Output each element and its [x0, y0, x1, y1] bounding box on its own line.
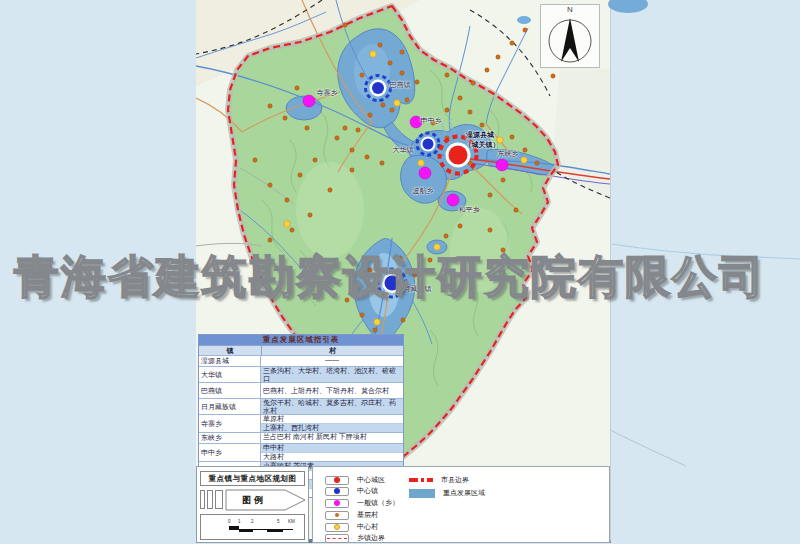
legend-banner: 图例 [200, 489, 305, 511]
label-sizhai: 寺寨乡 [317, 89, 338, 96]
table-row: 申中乡 申中村 大路村 [199, 443, 403, 461]
scale-label: 5 [277, 520, 280, 525]
center-city-icon [325, 476, 349, 485]
scale-bar: 0 1 2 5 KM [200, 514, 305, 540]
base-village-icon [325, 511, 349, 520]
legend-item-center-town: 中心镇 [325, 486, 378, 496]
label-dahua: 大华镇 [393, 146, 414, 153]
reservoir [517, 16, 531, 24]
col-header-town: 镇 [199, 346, 262, 355]
label-heping: 和平乡 [459, 206, 480, 213]
col-header-village: 村 [262, 346, 403, 355]
background-map-features [608, 0, 800, 466]
label-bayan: 巴燕镇 [390, 81, 411, 88]
banner-bar [207, 490, 213, 509]
banner-bar [215, 490, 223, 509]
legend-item-center-village: 中心村 [325, 522, 378, 532]
key-dev-area-icon [409, 489, 435, 498]
legend-item-township-boundary: 乡镇边界 [325, 533, 385, 543]
label-riyue: 日月藏族镇 [397, 285, 432, 292]
banner-bar [200, 490, 205, 509]
label-bohang: 波航乡 [413, 187, 434, 194]
map-title-panel: 重点镇与重点地区规划图 图例 0 1 2 5 KM [196, 466, 309, 543]
legend-item-county-boundary: 市县边界 [409, 475, 469, 485]
legend-item-general-town: 一般镇（乡） [325, 498, 399, 508]
table-row: 寺寨乡 草原村 上寨村、西扎湾村 [199, 414, 403, 432]
table-title: 重点发展区域指引表 [199, 335, 403, 345]
scale-label: 0 [228, 520, 231, 525]
county-boundary-icon [409, 478, 433, 482]
table-row: 大华镇 三条沟村、大华村、塔湾村、池汉村、砬砬口 [199, 366, 403, 382]
legend-item-base-village: 基层村 [325, 510, 378, 520]
table-header-row: 镇 村 [199, 345, 403, 355]
township-boundary-icon [325, 534, 349, 543]
general-town-icon [325, 499, 349, 508]
label-shenzhong: 申中乡 [421, 117, 442, 124]
center-village-icon [325, 523, 349, 532]
center-town-icon [325, 487, 349, 496]
table-row: 东峡乡 兰占巴村 南河村 新民村 下脖项村 [199, 432, 403, 443]
legend-item-center-city: 中心城区 [325, 475, 385, 485]
table-row: 湟源县城 —— [199, 355, 403, 366]
compass-box: N [540, 4, 600, 68]
legend-panel: 中心城区 中心镇 一般镇（乡） 基层村 中心村 乡镇边界 市县边界 重点发展区域 [312, 466, 610, 543]
label-county-seat: 湟源县城 [466, 131, 494, 138]
scale-label: 1 [238, 520, 241, 525]
map-title: 重点镇与重点地区规划图 [200, 471, 305, 486]
north-arrow-icon [541, 5, 599, 67]
scale-label: 2 [251, 520, 254, 525]
label-dongxia: 东峡乡 [498, 150, 519, 157]
label-chengguanzhen: （城关镇） [465, 141, 500, 148]
table-row: 巴燕镇 巴燕村、上胡丹村、下胡丹村、莫合尔村 [199, 382, 403, 398]
legend-title: 图例 [226, 490, 282, 510]
legend-item-key-dev-area: 重点发展区域 [409, 488, 485, 498]
table-row: 日月藏族镇 兔尔干村、哈城村、莫多吉村、尕庄村、药水村 [199, 398, 403, 414]
scale-label: KM [288, 520, 295, 525]
